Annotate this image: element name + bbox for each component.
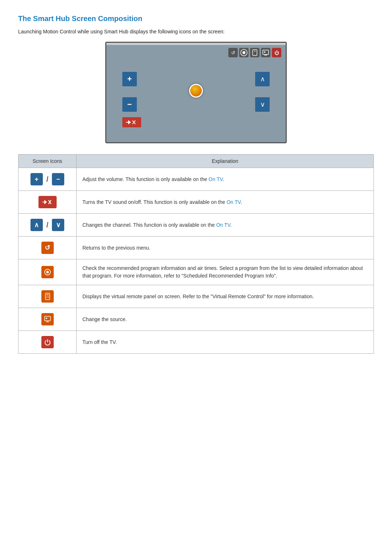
icon-cell-channel: ∧ / ∨ bbox=[19, 214, 77, 237]
vrc-icon bbox=[41, 290, 54, 303]
svg-rect-19 bbox=[45, 293, 50, 300]
mute-tv bbox=[122, 117, 141, 127]
svg-marker-14 bbox=[44, 200, 47, 204]
explanation-cell-recommend: Check the recommended program informatio… bbox=[77, 259, 374, 285]
table-row: + / − Adjust the volume. This function i… bbox=[19, 168, 374, 191]
explanation-cell-power: Turn off the TV. bbox=[77, 331, 374, 354]
table-row: Turn off the TV. bbox=[19, 331, 374, 354]
ch-down-icon: ∨ bbox=[52, 219, 64, 231]
table-row: Change the source. bbox=[19, 308, 374, 331]
svg-rect-24 bbox=[48, 297, 49, 298]
explanation-cell-mute: Turns the TV sound on/off. This function… bbox=[77, 191, 374, 214]
vol-minus-tv: − bbox=[122, 97, 137, 112]
svg-point-1 bbox=[242, 51, 245, 54]
icon-cell-volume: + / − bbox=[19, 168, 77, 191]
vol-icon-group: + / − bbox=[30, 173, 65, 185]
separator: / bbox=[46, 221, 49, 229]
power-icon bbox=[41, 336, 54, 348]
svg-rect-22 bbox=[48, 296, 49, 296]
ch-up-tv: ∧ bbox=[255, 72, 270, 86]
svg-rect-2 bbox=[253, 50, 257, 56]
ch-up-icon: ∧ bbox=[30, 219, 43, 231]
on-tv-link[interactable]: On TV bbox=[209, 176, 223, 182]
svg-rect-28 bbox=[46, 318, 47, 319]
explanation-cell-vrc: Displays the virtual remote panel on scr… bbox=[77, 285, 374, 308]
separator: / bbox=[46, 175, 49, 184]
svg-rect-23 bbox=[46, 297, 47, 298]
svg-marker-9 bbox=[128, 120, 131, 124]
table-row: Turns the TV sound on/off. This function… bbox=[19, 191, 374, 214]
page-title: The Smart Hub Screen Composition bbox=[18, 15, 374, 23]
tv-controls-row: ↺ ⏻ bbox=[228, 48, 281, 57]
cursor-dot bbox=[189, 84, 203, 98]
source-icon bbox=[41, 313, 54, 325]
icon-cell-power bbox=[19, 331, 77, 354]
back-icon: ↺ bbox=[41, 242, 54, 254]
vol-plus-tv: + bbox=[122, 72, 137, 86]
explanation-cell-volume: Adjust the volume. This function is only… bbox=[77, 168, 374, 191]
table-row: Displays the virtual remote panel on scr… bbox=[19, 285, 374, 308]
svg-rect-7 bbox=[264, 52, 265, 53]
svg-rect-21 bbox=[46, 296, 47, 296]
icon-cell-recommend bbox=[19, 259, 77, 285]
power-icon-tv: ⏻ bbox=[272, 48, 281, 57]
info-table: Screen Icons Explanation + / − Adjust th… bbox=[18, 154, 374, 354]
back-icon-tv: ↺ bbox=[228, 48, 238, 57]
mute-icon bbox=[38, 196, 57, 208]
explanation-cell-source: Change the source. bbox=[77, 308, 374, 331]
intro-text: Launching Motion Control while using Sma… bbox=[18, 29, 374, 34]
tv-screen: ↺ ⏻ + − ∧ bbox=[105, 42, 287, 143]
on-tv-link-mute[interactable]: On TV bbox=[226, 199, 241, 205]
on-tv-link-channel[interactable]: On TV bbox=[216, 222, 230, 228]
icon-cell-source bbox=[19, 308, 77, 331]
recommend-icon bbox=[41, 266, 54, 278]
explanation-cell-channel: Changes the channel. This function is on… bbox=[77, 214, 374, 237]
recommend-icon-tv bbox=[239, 48, 249, 57]
icon-cell-back: ↺ bbox=[19, 237, 77, 259]
vrc-icon-tv bbox=[250, 48, 260, 57]
table-row: ↺ Returns to the previous menu. bbox=[19, 237, 374, 259]
ch-down-tv: ∨ bbox=[255, 97, 270, 112]
explanation-cell-back: Returns to the previous menu. bbox=[77, 237, 374, 259]
source-icon-tv bbox=[261, 48, 270, 57]
tv-screen-wrapper: ↺ ⏻ + − ∧ bbox=[18, 42, 374, 143]
svg-rect-4 bbox=[263, 50, 269, 54]
table-row: Check the recommended program informatio… bbox=[19, 259, 374, 285]
tv-top-bar bbox=[106, 43, 286, 45]
col-header-icons: Screen Icons bbox=[19, 155, 77, 168]
col-header-explanation: Explanation bbox=[77, 155, 374, 168]
svg-rect-25 bbox=[45, 316, 50, 321]
ch-icon-group: ∧ / ∨ bbox=[30, 219, 65, 231]
icon-cell-vrc bbox=[19, 285, 77, 308]
svg-point-18 bbox=[46, 271, 49, 274]
vol-minus-icon: − bbox=[52, 173, 64, 185]
vol-plus-icon: + bbox=[30, 173, 43, 185]
table-row: ∧ / ∨ Changes the channel. This function… bbox=[19, 214, 374, 237]
icon-cell-mute bbox=[19, 191, 77, 214]
